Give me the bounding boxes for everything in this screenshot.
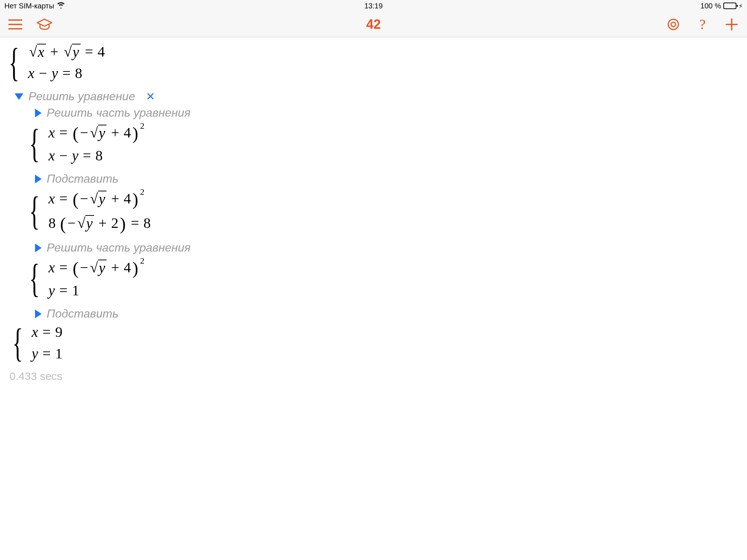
step-solve-equation[interactable]: Решить уравнение ✕ bbox=[15, 90, 738, 103]
step-label: Подставить bbox=[47, 307, 119, 320]
step-solve-part[interactable]: Решить часть уравнения bbox=[35, 241, 738, 254]
battery-text: 100 % bbox=[700, 2, 721, 10]
nav-bar: 42 ? bbox=[0, 12, 747, 37]
brace-icon: { bbox=[12, 323, 23, 362]
menu-icon[interactable] bbox=[7, 16, 23, 32]
step-label: Решить часть уравнения bbox=[47, 106, 190, 120]
equation-row: 8 (− √y +2) = 8 bbox=[49, 213, 151, 233]
step-solve-part[interactable]: Решить часть уравнения bbox=[35, 106, 738, 120]
step-label: Решить уравнение bbox=[28, 90, 135, 103]
brace-icon: { bbox=[29, 257, 40, 299]
step-substitute[interactable]: Подставить bbox=[35, 307, 738, 320]
step-label: Подставить bbox=[47, 172, 119, 186]
equation-row: y = 1 bbox=[32, 345, 62, 362]
charging-icon: ⚡︎ bbox=[739, 3, 743, 9]
equation-row: y = 1 bbox=[49, 282, 144, 299]
content: { √x + √y = 4 x − y = 8 Решить уравнение… bbox=[0, 37, 747, 382]
status-bar: Нет SIM-карты 13:19 100 % ⚡︎ bbox=[0, 0, 747, 12]
equation-system-input: { √x + √y = 4 x − y = 8 bbox=[9, 43, 738, 82]
svg-point-1 bbox=[671, 22, 676, 27]
expand-icon[interactable] bbox=[35, 175, 42, 183]
wifi-icon bbox=[57, 2, 65, 10]
help-icon[interactable]: ? bbox=[694, 16, 711, 32]
equation-row: x = 9 bbox=[32, 323, 62, 341]
settings-icon[interactable] bbox=[665, 16, 681, 32]
step-label: Решить часть уравнения bbox=[47, 241, 190, 254]
expand-icon[interactable] bbox=[35, 244, 42, 252]
equation-row: x = (− √y +4) 2 bbox=[49, 257, 144, 277]
add-icon[interactable] bbox=[724, 16, 740, 32]
equation-row: √x + √y = 4 bbox=[28, 43, 105, 60]
equation-row: x − y = 8 bbox=[28, 65, 105, 82]
equation-system: { x = (− √y +4) 2 x − y = 8 bbox=[29, 122, 738, 164]
brace-icon: { bbox=[29, 122, 40, 164]
collapse-icon[interactable] bbox=[15, 93, 23, 100]
brace-icon: { bbox=[9, 43, 19, 82]
brace-icon: { bbox=[29, 188, 40, 233]
close-step-icon[interactable]: ✕ bbox=[146, 90, 155, 103]
expand-icon[interactable] bbox=[35, 310, 42, 318]
carrier-text: Нет SIM-карты bbox=[4, 2, 54, 10]
svg-point-0 bbox=[668, 19, 678, 30]
clock: 13:19 bbox=[364, 2, 383, 10]
equation-system-result: { x = 9 y = 1 bbox=[12, 323, 738, 362]
app-title: 42 bbox=[366, 17, 381, 32]
timing-label: 0.433 secs bbox=[9, 370, 738, 382]
equation-system: { x = (− √y +4) 2 8 (− √y +2) = 8 bbox=[29, 188, 738, 233]
equation-system: { x = (− √y +4) 2 y = 1 bbox=[29, 257, 738, 299]
equation-row: x = (− √y +4) 2 bbox=[49, 188, 151, 209]
equation-row: x = (− √y +4) 2 bbox=[49, 122, 144, 143]
graduation-cap-icon[interactable] bbox=[36, 16, 53, 32]
battery-icon bbox=[723, 3, 736, 9]
step-substitute[interactable]: Подставить bbox=[35, 172, 738, 186]
equation-row: x − y = 8 bbox=[49, 147, 144, 164]
expand-icon[interactable] bbox=[35, 109, 42, 117]
